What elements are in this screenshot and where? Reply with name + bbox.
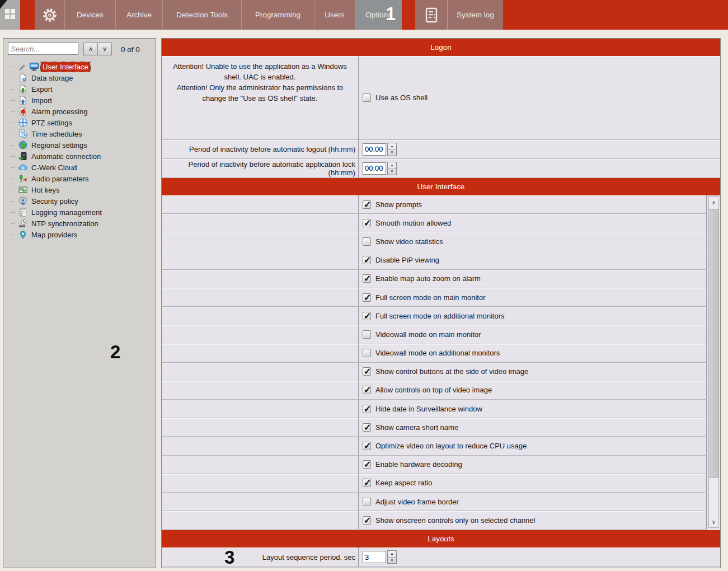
checkbox-smooth-motion-allowed[interactable] [363, 219, 371, 227]
checkbox-show-control-buttons-at-the-side-of-video-image[interactable] [363, 367, 371, 376]
ptz-icon [18, 118, 28, 127]
tree-connector [11, 235, 18, 235]
spinner-up-icon[interactable]: ▲ [388, 551, 396, 558]
checkbox-adjust-video-frame-border[interactable] [363, 498, 371, 506]
tab-programming[interactable]: Programming [242, 0, 314, 30]
tree-item-label: Hot keys [30, 185, 62, 195]
tree-item-ptz-settings[interactable]: PTZ settings [7, 117, 153, 128]
tree-item-security-policy[interactable]: Security policy [7, 195, 153, 207]
option-row: Full screen mode on main monitor [162, 288, 707, 307]
checkbox-show-prompts[interactable] [363, 200, 371, 209]
option-label: Videowall mode on main monitor [375, 330, 481, 339]
tree-item-c-werk-cloud[interactable]: C-Werk Cloud [7, 162, 153, 173]
checkbox-optimize-video-on-layout-to-reduce-cpu-usage[interactable] [363, 442, 371, 450]
use-as-os-shell-label: Use as OS shell [375, 93, 428, 102]
auto-lock-spinner[interactable]: ▲ ▼ [387, 162, 397, 175]
option-row: Adjust video frame border [162, 493, 707, 511]
system-log-tab[interactable]: System log [415, 0, 503, 30]
tab-users[interactable]: Users [314, 0, 355, 30]
export-icon [18, 85, 28, 93]
app-logo[interactable] [0, 0, 20, 30]
option-row: Disable PiP viewing [162, 251, 707, 270]
search-input[interactable] [8, 43, 78, 55]
option-row-empty-cell [162, 195, 359, 213]
use-as-os-shell-checkbox[interactable] [363, 93, 371, 102]
tree-item-hot-keys[interactable]: Hot keys [7, 184, 153, 195]
scrollbar-up-button[interactable]: ∧ [709, 197, 718, 208]
tree-item-data-storage[interactable]: Data storage [7, 72, 153, 83]
tree-connector [11, 134, 18, 134]
checkbox-show-video-statistics[interactable] [363, 237, 371, 246]
checkbox-disable-pip-viewing[interactable] [363, 256, 371, 264]
checkbox-show-onscreen-controls-only-on-selected-channel[interactable] [363, 516, 371, 525]
checkbox-enable-hardware-decoding[interactable] [363, 460, 371, 469]
spinner-down-icon[interactable]: ▼ [388, 169, 396, 175]
layout-sequence-input[interactable] [363, 551, 386, 563]
settings-gear-tab[interactable] [35, 0, 65, 30]
settings-sidebar: ∧ ∨ 0 of 0 User InterfaceData storageExp… [3, 38, 156, 568]
tree-item-logging-management[interactable]: Logging management [7, 207, 153, 218]
auto-logout-period-input[interactable] [363, 143, 386, 156]
tree-item-alarm-processing[interactable]: Alarm processing [7, 106, 153, 117]
tree-connector [11, 123, 18, 123]
search-next-button[interactable]: ∨ [97, 43, 112, 55]
alarm-icon [18, 107, 28, 116]
option-row-empty-cell [162, 493, 359, 511]
option-row-empty-cell [162, 418, 359, 436]
scrollbar-down-button[interactable]: ∨ [709, 517, 718, 527]
checkbox-keep-aspect-ratio[interactable] [363, 479, 371, 487]
data-storage-icon [18, 73, 28, 82]
layout-sequence-spinner[interactable]: ▲ ▼ [387, 550, 397, 564]
tab-devices[interactable]: Devices [65, 0, 116, 30]
tab-detection-tools[interactable]: Detection Tools [163, 0, 242, 30]
tree-item-audio-parameters[interactable]: Audio parameters [7, 173, 153, 184]
cloud-icon [18, 163, 28, 172]
auto-lock-period-input[interactable] [363, 162, 386, 175]
spinner-down-icon[interactable]: ▼ [388, 558, 396, 564]
tree-connector [11, 167, 18, 168]
spinner-down-icon[interactable]: ▼ [388, 149, 396, 156]
checkbox-show-camera-short-name[interactable] [363, 423, 371, 432]
gear-icon [41, 7, 58, 24]
option-row-empty-cell [162, 456, 359, 474]
auto-logout-spinner[interactable]: ▲ ▼ [387, 143, 397, 156]
chevron-up-icon: ∧ [712, 199, 716, 205]
tree-item-time-schedules[interactable]: Time schedules [7, 128, 153, 139]
option-row: Videowall mode on additional monitors [162, 344, 707, 363]
option-label: Disable PiP viewing [375, 256, 439, 264]
tree-connector [11, 190, 18, 190]
checkbox-enable-map-auto-zoom-on-alarm[interactable] [363, 274, 371, 283]
option-row: Hide date in Surveillance window [162, 400, 707, 418]
tree-item-label: Time schedules [30, 129, 84, 139]
checkbox-videowall-mode-on-main-monitor[interactable] [363, 330, 371, 339]
tree-item-label: Security policy [30, 196, 80, 206]
tab-archive[interactable]: Archive [116, 0, 163, 30]
checkbox-full-screen-mode-on-additional-monitors[interactable] [363, 312, 371, 320]
tree-item-label: Audio parameters [30, 174, 91, 184]
checkbox-full-screen-mode-on-main-monitor[interactable] [363, 293, 371, 302]
checkbox-hide-date-in-surveillance-window[interactable] [363, 405, 371, 413]
options-scrollbar[interactable]: ∧ ∨ [708, 196, 719, 528]
uac-attention-text: Attention! Unable to use the application… [168, 62, 353, 104]
tree-item-label: C-Werk Cloud [30, 163, 78, 172]
tree-item-user-interface[interactable]: User Interface [7, 61, 153, 72]
checkbox-allow-controls-on-top-of-video-image[interactable] [363, 386, 371, 394]
scrollbar-thumb[interactable] [709, 209, 718, 478]
spinner-up-icon[interactable]: ▲ [388, 162, 396, 169]
tree-item-regional-settings[interactable]: Regional settings [7, 139, 153, 151]
tree-item-ntp-synchronization[interactable]: NTP synchronization [7, 218, 153, 229]
tree-item-export[interactable]: Export [7, 83, 153, 95]
tree-item-import[interactable]: Import [7, 95, 153, 106]
search-prev-button[interactable]: ∧ [83, 43, 98, 55]
auto-lock-label: Period of inactivity before automatic ap… [162, 159, 359, 177]
tree-item-label: NTP synchronization [30, 219, 100, 228]
map-pin-icon [18, 230, 28, 239]
layout-sequence-row: Layout sequence period, sec ▲ ▼ [162, 547, 720, 567]
tree-item-map-providers[interactable]: Map providers [7, 229, 153, 240]
checkbox-videowall-mode-on-additional-monitors[interactable] [363, 349, 371, 357]
tree-item-automatic-connection[interactable]: Automatic connection [7, 151, 153, 162]
option-row-empty-cell [162, 363, 359, 381]
spinner-up-icon[interactable]: ▲ [388, 143, 396, 150]
tree-connector [11, 78, 18, 78]
tree-item-label: Export [30, 85, 54, 94]
